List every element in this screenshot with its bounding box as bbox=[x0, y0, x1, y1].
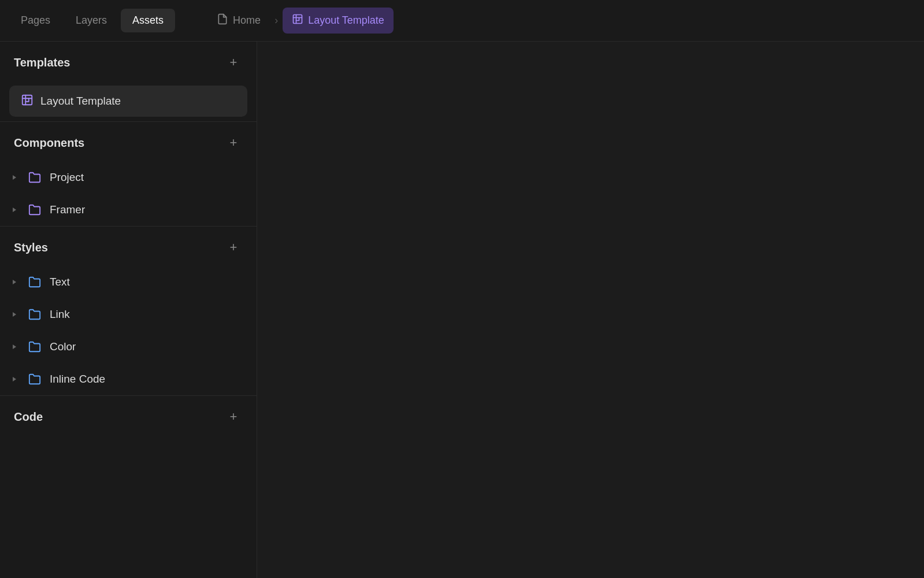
breadcrumb-separator: › bbox=[274, 14, 278, 27]
sidebar: Templates + Layout Template bbox=[0, 42, 257, 578]
section-components: Components + Project bbox=[0, 122, 257, 227]
templates-header: Templates + bbox=[0, 42, 257, 81]
color-chevron-icon bbox=[9, 342, 20, 352]
color-label: Color bbox=[50, 340, 76, 353]
svg-rect-0 bbox=[294, 15, 302, 24]
main-content: Templates + Layout Template bbox=[0, 42, 924, 578]
tab-pages[interactable]: Pages bbox=[9, 9, 62, 32]
components-add-button[interactable]: + bbox=[224, 134, 243, 152]
canvas-area bbox=[257, 42, 924, 578]
text-folder-icon bbox=[27, 274, 43, 290]
template-layout-label: Layout Template bbox=[40, 95, 121, 108]
svg-marker-12 bbox=[13, 175, 16, 180]
section-code: Code + bbox=[0, 396, 257, 435]
breadcrumb-current-label: Layout Template bbox=[308, 14, 384, 27]
text-chevron-icon bbox=[9, 277, 20, 287]
list-item-link[interactable]: Link bbox=[0, 298, 257, 331]
section-styles: Styles + Text bbox=[0, 227, 257, 396]
svg-rect-1 bbox=[296, 18, 299, 21]
breadcrumb-home-label: Home bbox=[233, 14, 261, 27]
framer-chevron-icon bbox=[9, 205, 20, 215]
template-layout-icon bbox=[21, 94, 34, 109]
svg-rect-7 bbox=[25, 98, 29, 102]
home-icon bbox=[217, 13, 228, 28]
templates-title: Templates bbox=[14, 56, 70, 69]
tab-group: Pages Layers Assets bbox=[0, 2, 184, 39]
link-folder-icon bbox=[27, 306, 43, 323]
project-folder-icon bbox=[27, 169, 43, 186]
list-item-text[interactable]: Text bbox=[0, 266, 257, 298]
svg-rect-6 bbox=[23, 95, 32, 105]
code-title: Code bbox=[14, 410, 43, 424]
list-item-framer[interactable]: Framer bbox=[0, 194, 257, 226]
svg-marker-14 bbox=[13, 280, 16, 284]
project-chevron-icon bbox=[9, 172, 20, 183]
link-label: Link bbox=[50, 308, 70, 321]
project-label: Project bbox=[50, 171, 84, 184]
templates-add-button[interactable]: + bbox=[224, 53, 243, 72]
top-bar: Pages Layers Assets Home › bbox=[0, 0, 924, 42]
breadcrumb: Home › Layout Template bbox=[196, 8, 405, 34]
section-templates: Templates + Layout Template bbox=[0, 42, 257, 122]
list-item-color[interactable]: Color bbox=[0, 331, 257, 363]
code-add-button[interactable]: + bbox=[224, 407, 243, 426]
inline-code-chevron-icon bbox=[9, 374, 20, 384]
list-item-inline-code[interactable]: Inline Code bbox=[0, 363, 257, 395]
breadcrumb-home[interactable]: Home bbox=[207, 8, 270, 34]
framer-label: Framer bbox=[50, 203, 85, 216]
breadcrumb-current[interactable]: Layout Template bbox=[283, 8, 394, 34]
styles-header: Styles + bbox=[0, 227, 257, 266]
svg-marker-16 bbox=[13, 344, 16, 349]
svg-marker-15 bbox=[13, 312, 16, 317]
components-header: Components + bbox=[0, 122, 257, 161]
components-title: Components bbox=[14, 136, 84, 150]
template-item-layout[interactable]: Layout Template bbox=[9, 86, 247, 117]
styles-title: Styles bbox=[14, 241, 48, 254]
list-item-project[interactable]: Project bbox=[0, 161, 257, 194]
inline-code-label: Inline Code bbox=[50, 373, 105, 386]
inline-code-folder-icon bbox=[27, 371, 43, 387]
styles-add-button[interactable]: + bbox=[224, 238, 243, 257]
text-label: Text bbox=[50, 276, 70, 288]
tab-layers[interactable]: Layers bbox=[64, 9, 118, 32]
code-header: Code + bbox=[0, 396, 257, 435]
link-chevron-icon bbox=[9, 309, 20, 320]
svg-marker-13 bbox=[13, 208, 16, 212]
breadcrumb-layout-icon bbox=[292, 13, 303, 28]
color-folder-icon bbox=[27, 339, 43, 355]
tab-assets[interactable]: Assets bbox=[121, 9, 175, 32]
svg-marker-17 bbox=[13, 377, 16, 381]
framer-folder-icon bbox=[27, 202, 43, 218]
